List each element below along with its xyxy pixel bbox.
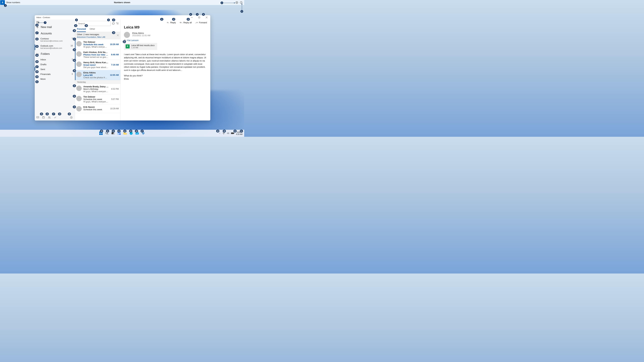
- other-banner[interactable]: Other: 2 new messages Arboretum Foundati…: [75, 32, 120, 39]
- minimize-button[interactable]: [188, 15, 196, 19]
- mic-button[interactable]: [0, 0, 5, 5]
- day-header: Yesterday: [75, 80, 120, 84]
- folder-inbox[interactable]: Inbox7: [35, 57, 75, 62]
- avatar: [76, 41, 82, 46]
- taskbar-center: [98, 131, 146, 136]
- svg-rect-40: [136, 132, 139, 134]
- folder-financials[interactable]: Financials3: [35, 72, 75, 77]
- folder-icon: [36, 53, 39, 55]
- volume-icon[interactable]: [227, 132, 229, 134]
- battery-icon[interactable]: [231, 132, 234, 134]
- settings-icon[interactable]: [70, 116, 73, 119]
- message-item[interactable]: Tim DeboerSchedule this weekHi guys, Wha…: [75, 39, 120, 50]
- sender-avatar: [124, 32, 130, 38]
- to-label: To:: [124, 39, 127, 41]
- new-mail-label: New mail: [41, 26, 52, 29]
- forward-button[interactable]: Forward: [196, 21, 207, 24]
- message-item[interactable]: Katri Ahokas, Erik NasonPhotos from our …: [75, 50, 120, 60]
- windows-icon: [99, 131, 103, 135]
- message-subject: Photos from our hike on Maple: [83, 53, 109, 56]
- message-time: 12:05 AM: [109, 74, 119, 76]
- attachment[interactable]: Leica M9 test results.docx 1.25 MB: [124, 43, 157, 50]
- settings-app-button[interactable]: [141, 131, 146, 136]
- message-preview: These turned out so good! xx: [83, 56, 109, 58]
- message-item[interactable]: Amanda Brady, Daisy PhillipsMom's Birthd…: [75, 84, 120, 94]
- folder-icon: [123, 132, 127, 135]
- svg-rect-34: [118, 132, 119, 133]
- people-icon[interactable]: [48, 116, 51, 119]
- search-icon: [105, 132, 109, 135]
- message-time: 8:32 PM: [110, 88, 119, 90]
- folder-drafts[interactable]: Drafts: [35, 62, 75, 67]
- message-item[interactable]: Tim DeboerSchedule this weekHi guys, Wha…: [75, 94, 120, 104]
- forward-label: Forward: [199, 21, 207, 24]
- message-item[interactable]: Elvia AtkinsLeica M9Check out the photos…: [75, 70, 120, 80]
- taskview-button[interactable]: [111, 131, 116, 136]
- svg-rect-28: [99, 133, 101, 135]
- tab-other[interactable]: Other: [90, 28, 95, 32]
- svg-point-41: [143, 133, 144, 134]
- todo-icon[interactable]: [54, 116, 56, 119]
- voice-left-text: Show numbers: [6, 1, 20, 4]
- mail-app-button[interactable]: [135, 131, 140, 136]
- mail-icon[interactable]: [36, 116, 39, 118]
- read-subject: Leica M9: [124, 25, 207, 29]
- svg-point-12: [37, 33, 38, 33]
- account-contoso[interactable]: Contoso kat.larsson@contoso.com 7: [35, 37, 75, 43]
- tab-focused[interactable]: Focused: [77, 28, 86, 32]
- gear-icon[interactable]: [236, 1, 238, 4]
- account-outlook[interactable]: Outlook.com kat.larsson@outlook.com 16: [35, 44, 75, 50]
- maximize-button[interactable]: [196, 15, 203, 19]
- title-bar: Inbox - Contoso: [35, 15, 210, 19]
- reply-all-button[interactable]: Reply all: [180, 21, 192, 24]
- account-count: 16: [70, 44, 73, 49]
- svg-point-18: [48, 116, 49, 117]
- search-input[interactable]: [77, 21, 111, 26]
- svg-line-31: [108, 134, 108, 135]
- widgets-icon: [118, 132, 121, 135]
- svg-rect-14: [42, 117, 44, 118]
- message-body: I want one! Take a look at these test re…: [124, 53, 207, 81]
- dismiss-banner-button[interactable]: [117, 34, 119, 37]
- folders-header[interactable]: Folders: [35, 51, 75, 57]
- message-item[interactable]: Henry Brill, Mona Kane, Cecil FoGreat ne…: [75, 60, 120, 70]
- message-sender: Tim Deboer: [83, 95, 109, 98]
- calendar-icon[interactable]: [42, 116, 45, 119]
- message-time: 8:48 AM: [110, 53, 119, 56]
- edge-icon: [130, 132, 133, 135]
- new-mail-button[interactable]: New mail: [35, 24, 75, 30]
- body-paragraph: I want one! Take a look at these test re…: [124, 53, 207, 72]
- edge-button[interactable]: [129, 131, 134, 136]
- message-subject: Schedule this week: [83, 108, 108, 111]
- folder-label: Sent: [40, 68, 45, 70]
- message-preview: Hi guys, What's everyone's sche: [83, 100, 109, 103]
- system-tray: 10/6/21 9:28 AM: [219, 131, 244, 135]
- reply-icon: [167, 21, 169, 24]
- wifi-icon[interactable]: [222, 132, 225, 134]
- sync-icon[interactable]: [112, 22, 115, 25]
- folder-more[interactable]: More: [35, 77, 75, 81]
- body-signature: Elvia: [124, 77, 207, 81]
- tray-chevron-icon[interactable]: [219, 132, 221, 134]
- accounts-header[interactable]: Accounts: [35, 30, 75, 37]
- svg-rect-27: [101, 132, 103, 133]
- widgets-button[interactable]: [117, 131, 122, 136]
- account-email: kat.larsson@contoso.com: [40, 40, 62, 42]
- hamburger-button[interactable]: [35, 21, 75, 24]
- explorer-button[interactable]: [123, 131, 128, 136]
- gear-icon: [142, 132, 145, 135]
- close-button[interactable]: [203, 15, 210, 19]
- taskbar: 10/6/21 9:28 AM: [0, 130, 244, 137]
- select-icon[interactable]: [116, 22, 119, 25]
- folder-sent[interactable]: Sent: [35, 67, 75, 72]
- reply-button[interactable]: Reply: [167, 21, 176, 24]
- tray-date: 10/6/21: [236, 131, 242, 133]
- tray-clock[interactable]: 10/6/21 9:28 AM: [236, 131, 242, 135]
- message-item[interactable]: Erik NasonSchedule this week10:29 AM: [75, 104, 120, 113]
- message-subject: Schedule this week: [83, 98, 109, 100]
- message-sender: Amanda Brady, Daisy Phillips: [83, 85, 109, 88]
- start-button[interactable]: [98, 131, 103, 136]
- search-button[interactable]: [105, 131, 109, 136]
- account-count: 7: [72, 37, 73, 42]
- help-icon[interactable]: [240, 1, 242, 4]
